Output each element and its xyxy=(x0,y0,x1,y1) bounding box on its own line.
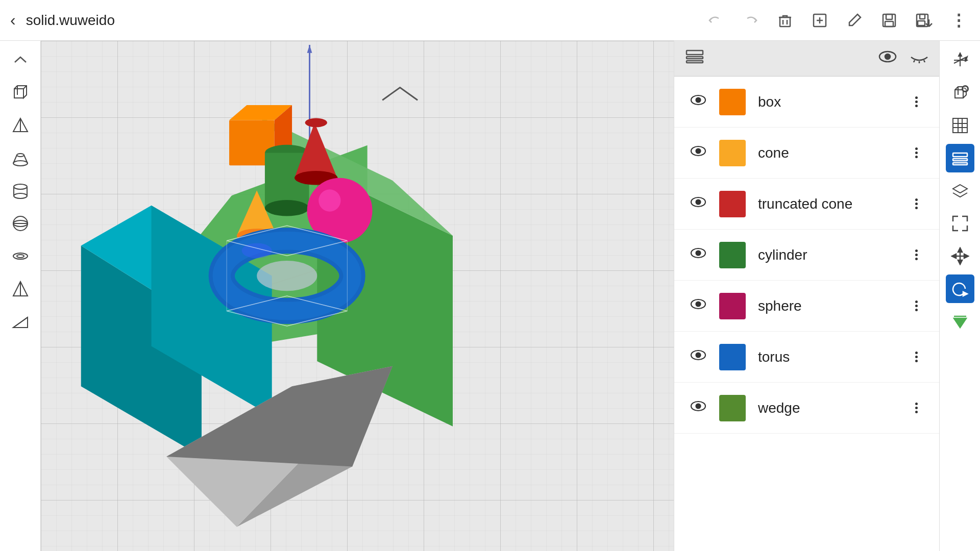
color-box-truncated_cone xyxy=(719,191,746,217)
eye-icon-cone[interactable] xyxy=(690,145,707,161)
collapse-tool[interactable] xyxy=(6,46,35,74)
delete-button[interactable] xyxy=(774,9,796,32)
svg-rect-8 xyxy=(885,21,893,27)
svg-point-32 xyxy=(17,255,24,258)
layers-stack-button[interactable] xyxy=(946,177,974,205)
eye-icon-torus[interactable] xyxy=(690,349,707,365)
redo-button[interactable] xyxy=(739,9,762,32)
svg-marker-118 xyxy=(952,254,956,258)
eye-icon-wedge[interactable] xyxy=(690,400,707,416)
svg-point-89 xyxy=(696,302,701,307)
cylinder-tool[interactable] xyxy=(6,177,35,205)
sphere-tool[interactable] xyxy=(6,209,35,238)
shape-item-cylinder[interactable]: cylinder xyxy=(674,230,939,281)
more-button-box[interactable] xyxy=(909,96,924,107)
svg-rect-72 xyxy=(687,51,703,55)
add-to-group-button[interactable] xyxy=(808,9,831,32)
wedge-tool[interactable] xyxy=(6,307,35,336)
right-toolbar xyxy=(939,41,980,551)
shape-item-torus[interactable]: torus xyxy=(674,332,939,383)
color-box-wedge xyxy=(719,395,746,421)
svg-point-60 xyxy=(305,118,327,128)
svg-rect-0 xyxy=(780,17,790,27)
move-button[interactable] xyxy=(946,242,974,270)
svg-marker-121 xyxy=(954,318,966,328)
torus-tool[interactable] xyxy=(6,242,35,270)
top-bar-actions: ⋮ xyxy=(704,9,970,32)
scene-svg xyxy=(41,41,674,551)
canvas-area[interactable] xyxy=(41,41,674,551)
color-box-box xyxy=(719,89,746,115)
scene-background xyxy=(41,41,674,551)
box-tool[interactable] xyxy=(6,79,35,107)
save-button[interactable] xyxy=(878,9,900,32)
main-area: box cone truncated cone xyxy=(0,41,980,551)
save-as-button[interactable] xyxy=(913,9,935,32)
shape-item-truncated_cone[interactable]: truncated cone xyxy=(674,179,939,230)
more-button-torus[interactable] xyxy=(909,352,924,362)
show-all-icon[interactable] xyxy=(878,49,897,67)
eye-icon-truncated_cone[interactable] xyxy=(690,196,707,212)
truncated-cone-tool[interactable] xyxy=(6,144,35,172)
hide-all-icon[interactable] xyxy=(910,51,929,66)
more-button-cone[interactable] xyxy=(909,147,924,158)
svg-marker-119 xyxy=(964,254,968,258)
svg-point-81 xyxy=(696,98,701,103)
rotate-button[interactable] xyxy=(946,274,974,303)
svg-marker-97 xyxy=(959,53,962,56)
view-cube-button[interactable] xyxy=(946,79,974,107)
shape-item-wedge[interactable]: wedge xyxy=(674,383,939,434)
more-button-cylinder[interactable] xyxy=(909,249,924,260)
svg-marker-117 xyxy=(958,260,962,264)
color-box-sphere xyxy=(719,293,746,319)
color-box-cone xyxy=(719,140,746,166)
svg-marker-40 xyxy=(307,45,312,53)
svg-point-20 xyxy=(13,161,28,166)
right-panel: box cone truncated cone xyxy=(674,41,939,551)
svg-line-36 xyxy=(13,317,28,328)
svg-point-63 xyxy=(318,189,340,211)
grid-button[interactable] xyxy=(946,111,974,140)
shape-name-wedge: wedge xyxy=(758,400,896,416)
shape-item-cone[interactable]: cone xyxy=(674,128,939,179)
svg-marker-116 xyxy=(958,248,962,252)
layers-view-button[interactable] xyxy=(946,144,974,172)
svg-point-66 xyxy=(257,261,317,291)
eye-icon-cylinder[interactable] xyxy=(690,247,707,263)
eye-icon-sphere[interactable] xyxy=(690,298,707,314)
svg-point-87 xyxy=(696,251,701,256)
more-button-sphere[interactable] xyxy=(909,300,924,311)
panel-header-actions xyxy=(878,49,929,67)
axis-3d-button[interactable] xyxy=(946,46,974,74)
fit-to-view-button[interactable] xyxy=(946,209,974,238)
svg-point-76 xyxy=(885,54,890,59)
pyramid-tool[interactable] xyxy=(6,111,35,140)
document-title: solid.wuweido xyxy=(26,12,115,29)
svg-point-85 xyxy=(696,200,701,205)
svg-rect-112 xyxy=(953,163,967,165)
svg-rect-15 xyxy=(14,89,23,98)
svg-point-91 xyxy=(696,353,701,358)
prism-tool[interactable] xyxy=(6,274,35,303)
shape-name-torus: torus xyxy=(758,349,896,365)
back-button[interactable]: ‹ xyxy=(10,11,16,30)
edit-button[interactable] xyxy=(843,9,866,32)
nav-arrow-button[interactable] xyxy=(946,307,974,336)
svg-rect-10 xyxy=(920,14,925,19)
eye-icon-box[interactable] xyxy=(690,94,707,110)
svg-marker-113 xyxy=(953,185,967,193)
shape-name-sphere: sphere xyxy=(758,298,896,314)
more-button-wedge[interactable] xyxy=(909,403,924,413)
svg-point-83 xyxy=(696,149,701,154)
color-box-torus xyxy=(719,344,746,370)
shape-item-sphere[interactable]: sphere xyxy=(674,281,939,332)
svg-rect-74 xyxy=(687,61,703,63)
undo-button[interactable] xyxy=(704,9,727,32)
shape-name-truncated_cone: truncated cone xyxy=(758,196,896,212)
top-bar-left: ‹ solid.wuweido xyxy=(10,11,115,30)
svg-marker-120 xyxy=(963,292,967,296)
shape-item-box[interactable]: box xyxy=(674,77,939,128)
svg-point-31 xyxy=(13,253,28,259)
more-menu-button[interactable]: ⋮ xyxy=(947,9,970,32)
more-button-truncated_cone[interactable] xyxy=(909,198,924,209)
